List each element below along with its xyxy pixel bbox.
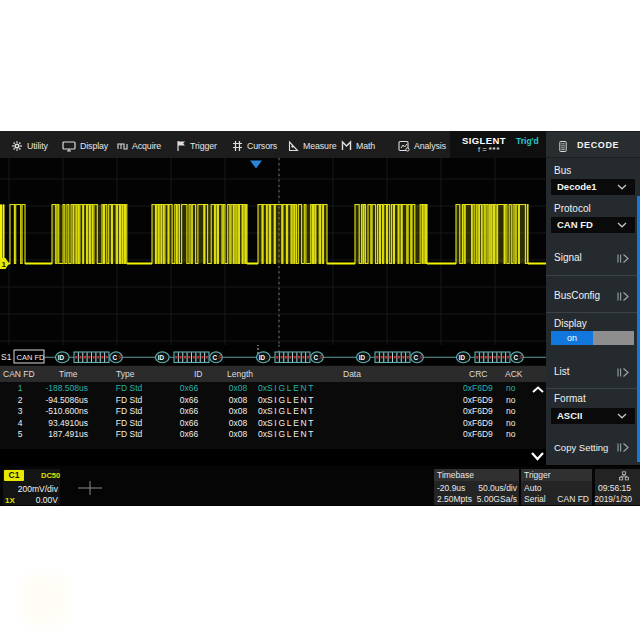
svg-text::F: :F — [419, 354, 423, 360]
svg-text:S1: S1 — [1, 352, 12, 362]
svg-text:ID: ID — [58, 354, 65, 361]
svg-text:ID: ID — [459, 354, 466, 361]
svg-text::: : — [466, 354, 467, 360]
svg-text::F: :F — [218, 354, 222, 360]
svg-text:CAN FD: CAN FD — [17, 353, 46, 362]
svg-text::F: :F — [118, 354, 122, 360]
svg-text::F: :F — [519, 354, 523, 360]
svg-text:ID: ID — [158, 354, 165, 361]
svg-text:ID: ID — [259, 354, 266, 361]
svg-text::: : — [266, 354, 267, 360]
svg-text:ID: ID — [359, 354, 366, 361]
svg-text::: : — [65, 354, 66, 360]
svg-text::: : — [165, 354, 166, 360]
svg-text:1: 1 — [2, 260, 7, 269]
svg-text::F: :F — [319, 354, 323, 360]
svg-text::: : — [366, 354, 367, 360]
